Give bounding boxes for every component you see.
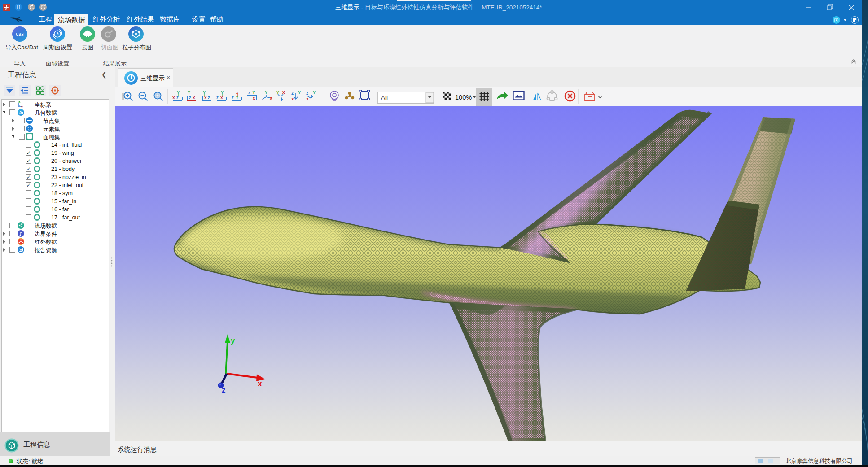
svg-text:z: z (189, 95, 191, 100)
svg-text:z: z (222, 386, 226, 394)
svg-text:x: x (253, 96, 255, 100)
svg-text:z: z (19, 103, 21, 107)
svg-text:z: z (232, 95, 234, 100)
svg-text:x: x (291, 96, 294, 101)
svg-text:Y: Y (188, 90, 190, 95)
svg-text:Y: Y (313, 90, 316, 95)
svg-text:z: z (248, 90, 250, 95)
svg-text:x: x (172, 95, 175, 100)
svg-text:z: z (306, 91, 308, 96)
svg-text:Y: Y (221, 90, 224, 95)
svg-text:Y: Y (252, 90, 255, 95)
svg-text:x: x (270, 96, 272, 100)
svg-text:x: x (236, 90, 238, 95)
svg-text:x: x (282, 90, 285, 95)
svg-text:z: z (216, 95, 219, 100)
svg-text:x: x (21, 105, 23, 109)
svg-text:All: All (381, 94, 388, 101)
svg-text:x: x (220, 95, 223, 100)
svg-text:z: z (291, 91, 294, 96)
svg-text:Y: Y (298, 90, 301, 95)
svg-text:z: z (208, 95, 210, 100)
svg-text:Y: Y (177, 90, 180, 95)
svg-text:x: x (204, 95, 207, 100)
svg-text:z: z (176, 95, 179, 100)
svg-text:x: x (306, 96, 309, 101)
svg-text:Y: Y (203, 90, 206, 95)
svg-text:Y: Y (276, 90, 279, 95)
svg-text:z: z (262, 96, 264, 101)
svg-text:x: x (193, 95, 195, 100)
svg-text:z: z (281, 97, 283, 102)
svg-text:x: x (258, 380, 262, 388)
svg-text:Y: Y (236, 95, 239, 100)
svg-text:100%: 100% (455, 94, 472, 101)
svg-text:y: y (231, 336, 235, 345)
svg-text:Y: Y (265, 90, 267, 95)
